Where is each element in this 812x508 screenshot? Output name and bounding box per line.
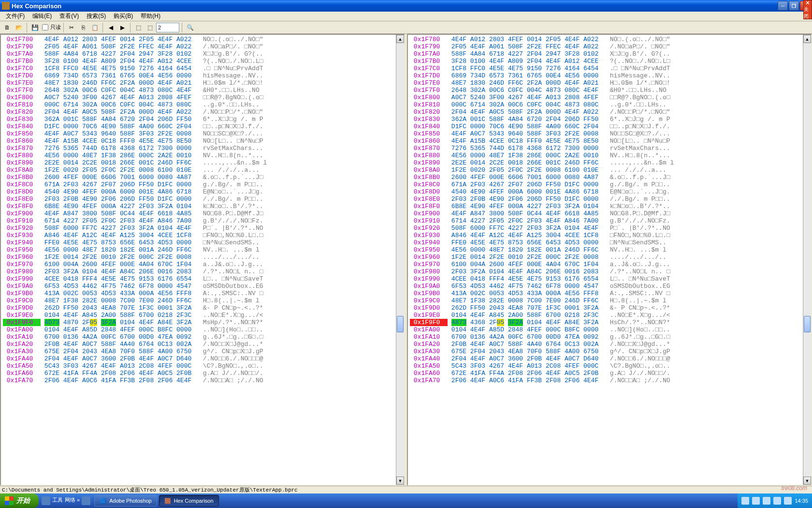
next-diff-icon[interactable]: ▶ — [117, 22, 128, 33]
hexcomp-icon: 🟫 — [164, 498, 171, 504]
scroll-up-icon[interactable]: ▲ — [803, 35, 811, 43]
quick-launch: 工具 网络 » — [39, 496, 93, 505]
readonly-check[interactable] — [42, 24, 48, 30]
menu-buy[interactable]: 购买(B) — [110, 11, 137, 21]
cut-icon[interactable]: ✂ — [66, 22, 77, 33]
start-button[interactable]: 开始 — [0, 493, 39, 508]
scroll-thumb[interactable] — [397, 316, 404, 332]
scroll-thumb[interactable] — [804, 316, 811, 332]
ql-net-label[interactable]: 网络 » — [65, 496, 80, 505]
clock[interactable]: 14:35 — [795, 498, 808, 504]
status-path: C:\Documents and Settings\Administrator\… — [2, 486, 298, 493]
close-overlay-button[interactable]: ✕ 关闭 — [803, 0, 812, 19]
maximize-button[interactable]: ❐ — [789, 1, 799, 11]
scroll-down-icon[interactable]: ▼ — [803, 477, 811, 485]
left-scrollbar[interactable]: ▲ ▼ — [396, 35, 404, 485]
goto-input[interactable] — [156, 23, 179, 32]
tray-icon-5[interactable] — [784, 497, 792, 505]
system-tray[interactable]: 14:35 — [738, 493, 812, 508]
photoshop-icon: 🟦 — [100, 498, 106, 504]
right-scrollbar[interactable]: ▲ ▼ — [803, 35, 811, 485]
left-hex-view[interactable]: 0x1F780 4E4F A012 2803 4FEF 0014 2F05 4E… — [1, 35, 396, 485]
scroll-track[interactable] — [396, 43, 404, 477]
left-pane: 0x1F780 4E4F A012 2803 4FEF 0014 2F05 4E… — [0, 34, 405, 486]
sync-right-icon[interactable]: ⬚ — [145, 22, 155, 33]
prev-diff-icon[interactable]: ◀ — [105, 22, 116, 33]
paste-icon[interactable]: 📋 — [89, 22, 100, 33]
menubar: 文件(F) 编辑(E) 查看(V) 搜索(S) 购买(B) 帮助(H) — [0, 12, 812, 21]
minimize-button[interactable]: ─ — [778, 1, 788, 11]
sync-left-icon[interactable]: ⬚ — [133, 22, 144, 33]
taskbar-item-photoshop[interactable]: 🟦 Adobe Photoshop — [94, 495, 157, 507]
app-icon — [2, 2, 10, 10]
copy-icon[interactable]: ⎘ — [78, 22, 88, 33]
main-compare-area: 0x1F780 4E4F A012 2803 4FEF 0014 2F05 4E… — [0, 34, 812, 486]
tray-icon-1[interactable] — [741, 497, 749, 505]
tray-icon-4[interactable] — [773, 497, 781, 505]
windows-logo-icon — [5, 496, 14, 505]
toolbar: 🗎 📂 💾 只读 ✂ ⎘ 📋 ◀ ▶ ⬚ ⬚ 🔍 — [0, 21, 812, 34]
ql-tools-label[interactable]: 工具 — [52, 496, 63, 505]
ql-item-1[interactable] — [42, 496, 50, 505]
taskbar-item-hexcomp[interactable]: 🟫 Hex Comparison — [159, 495, 219, 507]
watermark: tre08.com — [782, 485, 807, 492]
menu-edit[interactable]: 编辑(E) — [29, 11, 56, 21]
readonly-label: 只读 — [50, 24, 61, 31]
taskbar: 开始 工具 网络 » 🟦 Adobe Photoshop 🟫 Hex Compa… — [0, 493, 812, 508]
open-icon[interactable]: 📂 — [14, 22, 24, 33]
menu-help[interactable]: 帮助(H) — [137, 11, 164, 21]
ql-item-2[interactable] — [82, 496, 90, 505]
new-icon[interactable]: 🗎 — [2, 22, 13, 33]
right-hex-view[interactable]: 0x1F780 4E4F A012 2803 4FEF 0014 2F05 4E… — [408, 35, 803, 485]
menu-view[interactable]: 查看(V) — [56, 11, 83, 21]
scroll-up-icon[interactable]: ▲ — [396, 35, 404, 43]
tray-icon-3[interactable] — [763, 497, 770, 505]
find-icon[interactable]: 🔍 — [185, 22, 195, 33]
right-pane: 0x1F780 4E4F A012 2803 4FEF 0014 2F05 4E… — [407, 34, 812, 486]
save-icon[interactable]: 💾 — [29, 22, 40, 33]
menu-search[interactable]: 搜索(S) — [83, 11, 110, 21]
tray-icon-2[interactable] — [752, 497, 760, 505]
menu-file[interactable]: 文件(F) — [2, 11, 29, 21]
scroll-track[interactable] — [803, 43, 811, 477]
titlebar[interactable]: Hex Comparison ─ ❐ ✕ — [0, 0, 812, 12]
statusbar: C:\Documents and Settings\Administrator\… — [0, 486, 812, 493]
scroll-down-icon[interactable]: ▼ — [396, 477, 404, 485]
window-title: Hex Comparison — [12, 2, 778, 10]
